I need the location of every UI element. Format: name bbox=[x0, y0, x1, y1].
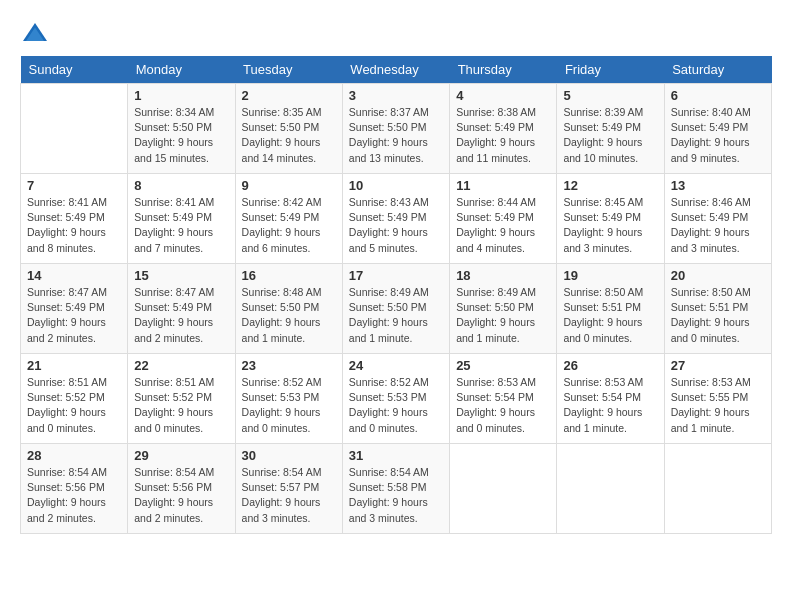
logo-icon bbox=[20, 20, 50, 50]
day-number: 9 bbox=[242, 178, 336, 193]
calendar-cell: 30Sunrise: 8:54 AM Sunset: 5:57 PM Dayli… bbox=[235, 444, 342, 534]
calendar-cell: 26Sunrise: 8:53 AM Sunset: 5:54 PM Dayli… bbox=[557, 354, 664, 444]
day-info: Sunrise: 8:41 AM Sunset: 5:49 PM Dayligh… bbox=[27, 195, 121, 256]
day-info: Sunrise: 8:40 AM Sunset: 5:49 PM Dayligh… bbox=[671, 105, 765, 166]
header-saturday: Saturday bbox=[664, 56, 771, 84]
day-info: Sunrise: 8:47 AM Sunset: 5:49 PM Dayligh… bbox=[27, 285, 121, 346]
calendar-cell: 27Sunrise: 8:53 AM Sunset: 5:55 PM Dayli… bbox=[664, 354, 771, 444]
day-number: 14 bbox=[27, 268, 121, 283]
calendar-cell: 6Sunrise: 8:40 AM Sunset: 5:49 PM Daylig… bbox=[664, 84, 771, 174]
day-info: Sunrise: 8:49 AM Sunset: 5:50 PM Dayligh… bbox=[456, 285, 550, 346]
day-info: Sunrise: 8:37 AM Sunset: 5:50 PM Dayligh… bbox=[349, 105, 443, 166]
day-number: 29 bbox=[134, 448, 228, 463]
calendar-cell: 8Sunrise: 8:41 AM Sunset: 5:49 PM Daylig… bbox=[128, 174, 235, 264]
calendar-cell: 28Sunrise: 8:54 AM Sunset: 5:56 PM Dayli… bbox=[21, 444, 128, 534]
day-number: 19 bbox=[563, 268, 657, 283]
day-number: 11 bbox=[456, 178, 550, 193]
calendar-cell: 31Sunrise: 8:54 AM Sunset: 5:58 PM Dayli… bbox=[342, 444, 449, 534]
day-info: Sunrise: 8:43 AM Sunset: 5:49 PM Dayligh… bbox=[349, 195, 443, 256]
day-number: 25 bbox=[456, 358, 550, 373]
day-number: 6 bbox=[671, 88, 765, 103]
calendar-cell: 11Sunrise: 8:44 AM Sunset: 5:49 PM Dayli… bbox=[450, 174, 557, 264]
calendar-cell: 21Sunrise: 8:51 AM Sunset: 5:52 PM Dayli… bbox=[21, 354, 128, 444]
day-info: Sunrise: 8:50 AM Sunset: 5:51 PM Dayligh… bbox=[563, 285, 657, 346]
day-info: Sunrise: 8:42 AM Sunset: 5:49 PM Dayligh… bbox=[242, 195, 336, 256]
calendar-cell: 17Sunrise: 8:49 AM Sunset: 5:50 PM Dayli… bbox=[342, 264, 449, 354]
day-number: 7 bbox=[27, 178, 121, 193]
calendar-cell bbox=[664, 444, 771, 534]
day-number: 27 bbox=[671, 358, 765, 373]
day-info: Sunrise: 8:51 AM Sunset: 5:52 PM Dayligh… bbox=[134, 375, 228, 436]
day-info: Sunrise: 8:44 AM Sunset: 5:49 PM Dayligh… bbox=[456, 195, 550, 256]
calendar-cell: 1Sunrise: 8:34 AM Sunset: 5:50 PM Daylig… bbox=[128, 84, 235, 174]
header-tuesday: Tuesday bbox=[235, 56, 342, 84]
day-info: Sunrise: 8:39 AM Sunset: 5:49 PM Dayligh… bbox=[563, 105, 657, 166]
header-sunday: Sunday bbox=[21, 56, 128, 84]
day-info: Sunrise: 8:45 AM Sunset: 5:49 PM Dayligh… bbox=[563, 195, 657, 256]
day-number: 22 bbox=[134, 358, 228, 373]
calendar-cell: 7Sunrise: 8:41 AM Sunset: 5:49 PM Daylig… bbox=[21, 174, 128, 264]
day-number: 12 bbox=[563, 178, 657, 193]
day-number: 28 bbox=[27, 448, 121, 463]
calendar-week-2: 14Sunrise: 8:47 AM Sunset: 5:49 PM Dayli… bbox=[21, 264, 772, 354]
calendar-cell: 20Sunrise: 8:50 AM Sunset: 5:51 PM Dayli… bbox=[664, 264, 771, 354]
calendar-cell bbox=[21, 84, 128, 174]
day-info: Sunrise: 8:53 AM Sunset: 5:54 PM Dayligh… bbox=[456, 375, 550, 436]
calendar-cell: 4Sunrise: 8:38 AM Sunset: 5:49 PM Daylig… bbox=[450, 84, 557, 174]
day-info: Sunrise: 8:51 AM Sunset: 5:52 PM Dayligh… bbox=[27, 375, 121, 436]
day-number: 8 bbox=[134, 178, 228, 193]
calendar-cell: 5Sunrise: 8:39 AM Sunset: 5:49 PM Daylig… bbox=[557, 84, 664, 174]
day-number: 18 bbox=[456, 268, 550, 283]
day-number: 5 bbox=[563, 88, 657, 103]
calendar-cell bbox=[557, 444, 664, 534]
day-info: Sunrise: 8:50 AM Sunset: 5:51 PM Dayligh… bbox=[671, 285, 765, 346]
calendar-cell: 14Sunrise: 8:47 AM Sunset: 5:49 PM Dayli… bbox=[21, 264, 128, 354]
day-info: Sunrise: 8:35 AM Sunset: 5:50 PM Dayligh… bbox=[242, 105, 336, 166]
day-info: Sunrise: 8:54 AM Sunset: 5:56 PM Dayligh… bbox=[134, 465, 228, 526]
calendar-cell: 19Sunrise: 8:50 AM Sunset: 5:51 PM Dayli… bbox=[557, 264, 664, 354]
header-thursday: Thursday bbox=[450, 56, 557, 84]
calendar-week-4: 28Sunrise: 8:54 AM Sunset: 5:56 PM Dayli… bbox=[21, 444, 772, 534]
page-container: SundayMondayTuesdayWednesdayThursdayFrid… bbox=[20, 20, 772, 534]
header-wednesday: Wednesday bbox=[342, 56, 449, 84]
day-number: 20 bbox=[671, 268, 765, 283]
calendar-header-row: SundayMondayTuesdayWednesdayThursdayFrid… bbox=[21, 56, 772, 84]
day-info: Sunrise: 8:53 AM Sunset: 5:54 PM Dayligh… bbox=[563, 375, 657, 436]
day-info: Sunrise: 8:38 AM Sunset: 5:49 PM Dayligh… bbox=[456, 105, 550, 166]
calendar-cell: 13Sunrise: 8:46 AM Sunset: 5:49 PM Dayli… bbox=[664, 174, 771, 264]
calendar-table: SundayMondayTuesdayWednesdayThursdayFrid… bbox=[20, 56, 772, 534]
day-number: 24 bbox=[349, 358, 443, 373]
day-number: 2 bbox=[242, 88, 336, 103]
header-monday: Monday bbox=[128, 56, 235, 84]
day-info: Sunrise: 8:52 AM Sunset: 5:53 PM Dayligh… bbox=[349, 375, 443, 436]
day-number: 15 bbox=[134, 268, 228, 283]
day-number: 10 bbox=[349, 178, 443, 193]
day-info: Sunrise: 8:48 AM Sunset: 5:50 PM Dayligh… bbox=[242, 285, 336, 346]
calendar-cell bbox=[450, 444, 557, 534]
day-number: 3 bbox=[349, 88, 443, 103]
calendar-cell: 16Sunrise: 8:48 AM Sunset: 5:50 PM Dayli… bbox=[235, 264, 342, 354]
calendar-week-1: 7Sunrise: 8:41 AM Sunset: 5:49 PM Daylig… bbox=[21, 174, 772, 264]
day-info: Sunrise: 8:54 AM Sunset: 5:58 PM Dayligh… bbox=[349, 465, 443, 526]
day-info: Sunrise: 8:34 AM Sunset: 5:50 PM Dayligh… bbox=[134, 105, 228, 166]
calendar-cell: 25Sunrise: 8:53 AM Sunset: 5:54 PM Dayli… bbox=[450, 354, 557, 444]
day-info: Sunrise: 8:53 AM Sunset: 5:55 PM Dayligh… bbox=[671, 375, 765, 436]
day-info: Sunrise: 8:54 AM Sunset: 5:56 PM Dayligh… bbox=[27, 465, 121, 526]
day-info: Sunrise: 8:54 AM Sunset: 5:57 PM Dayligh… bbox=[242, 465, 336, 526]
calendar-cell: 15Sunrise: 8:47 AM Sunset: 5:49 PM Dayli… bbox=[128, 264, 235, 354]
calendar-cell: 12Sunrise: 8:45 AM Sunset: 5:49 PM Dayli… bbox=[557, 174, 664, 264]
day-number: 26 bbox=[563, 358, 657, 373]
day-number: 17 bbox=[349, 268, 443, 283]
calendar-cell: 23Sunrise: 8:52 AM Sunset: 5:53 PM Dayli… bbox=[235, 354, 342, 444]
logo bbox=[20, 20, 54, 50]
calendar-cell: 18Sunrise: 8:49 AM Sunset: 5:50 PM Dayli… bbox=[450, 264, 557, 354]
day-info: Sunrise: 8:49 AM Sunset: 5:50 PM Dayligh… bbox=[349, 285, 443, 346]
calendar-cell: 2Sunrise: 8:35 AM Sunset: 5:50 PM Daylig… bbox=[235, 84, 342, 174]
calendar-cell: 29Sunrise: 8:54 AM Sunset: 5:56 PM Dayli… bbox=[128, 444, 235, 534]
day-info: Sunrise: 8:52 AM Sunset: 5:53 PM Dayligh… bbox=[242, 375, 336, 436]
calendar-week-0: 1Sunrise: 8:34 AM Sunset: 5:50 PM Daylig… bbox=[21, 84, 772, 174]
day-number: 31 bbox=[349, 448, 443, 463]
day-number: 4 bbox=[456, 88, 550, 103]
day-info: Sunrise: 8:41 AM Sunset: 5:49 PM Dayligh… bbox=[134, 195, 228, 256]
calendar-cell: 3Sunrise: 8:37 AM Sunset: 5:50 PM Daylig… bbox=[342, 84, 449, 174]
